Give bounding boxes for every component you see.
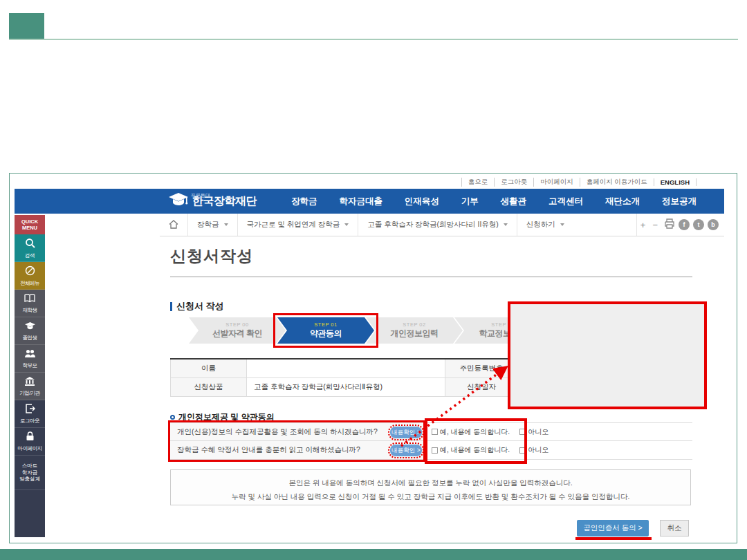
chevron-down-icon — [344, 223, 349, 226]
breadcrumb-item-2[interactable]: 국가근로 및 취업연계 장학금 — [237, 214, 358, 236]
sidebar-item-parents[interactable]: 학부모 — [15, 345, 45, 373]
zoom-out-icon[interactable]: − — [649, 220, 661, 230]
nav-disclosure[interactable]: 정보공개 — [662, 196, 697, 207]
section-marker — [170, 302, 172, 311]
bank-icon — [24, 376, 35, 389]
breadcrumb-item-1[interactable]: 장학금 — [187, 214, 237, 236]
title-divider — [170, 277, 692, 277]
cell-name-value — [247, 359, 445, 377]
quick-menu-sidebar: QUICKMENU 검색 전체메뉴 재학생 졸업생 학부모 — [15, 215, 45, 537]
zoom-in-icon[interactable]: + — [637, 220, 649, 230]
link-logout[interactable]: 로그아웃 — [494, 178, 533, 187]
sidebar-item-graduate[interactable]: 졸업생 — [15, 317, 45, 345]
breadcrumb-home[interactable] — [160, 214, 187, 236]
sidebar-item-company[interactable]: 기업/기관 — [15, 373, 45, 400]
blog-icon[interactable]: b — [708, 219, 719, 230]
page-title: 신청서작성 — [170, 245, 253, 267]
label-no-2[interactable]: 아니오 — [528, 445, 548, 455]
home-icon — [169, 220, 178, 230]
website-frame: 홈으로 로그아웃 마이페이지 홈페이지 이용가이드 ENGLISH 푸른등대 한… — [9, 173, 737, 543]
chevron-down-icon — [224, 223, 228, 226]
link-home[interactable]: 홈으로 — [461, 178, 495, 187]
certificate-agree-button[interactable]: 공인인증서 동의 > — [577, 520, 649, 536]
notice-line-1: 본인은 위 내용에 동의하며 신청서에 필요한 정보를 누락 없이 사실만을 입… — [171, 476, 690, 489]
sidebar-item-logout[interactable]: 로그아웃 — [15, 400, 45, 428]
print-icon[interactable] — [664, 218, 675, 232]
nav-about[interactable]: 재단소개 — [605, 196, 640, 207]
cell-ssn-label: 주민등록번호 — [445, 359, 518, 377]
people-icon — [24, 348, 36, 361]
screenshot-root: 홈으로 로그아웃 마이페이지 홈페이지 이용가이드 ENGLISH 푸른등대 한… — [0, 0, 747, 560]
nav-menu: 장학금 학자금대출 인재육성 기부 생활관 고객센터 재단소개 정보공개 — [291, 189, 697, 214]
sidebar-item-search[interactable]: 검색 — [15, 234, 45, 262]
nav-talent[interactable]: 인재육성 — [405, 196, 439, 207]
logo-subtext: 푸른등대 — [191, 192, 210, 199]
quick-menu-title: QUICKMENU — [15, 215, 45, 234]
book-icon — [24, 293, 35, 306]
nav-loans[interactable]: 학자금대출 — [339, 196, 382, 207]
step-0-eligibility[interactable]: STEP 00선발자격 확인 — [189, 317, 286, 344]
lock-icon — [26, 431, 35, 444]
breadcrumb-item-4[interactable]: 신청하기 — [517, 214, 573, 236]
sidebar-filler — [15, 490, 45, 537]
nav-donation[interactable]: 기부 — [461, 196, 479, 207]
red-highlight-step — [273, 313, 378, 348]
graduation-cap-icon — [168, 192, 189, 211]
logout-icon — [25, 404, 35, 416]
declaration-notice-box: 본인은 위 내용에 동의하며 신청서에 필요한 정보를 누락 없이 사실만을 입… — [170, 469, 691, 505]
page-tools: + − f t b — [636, 214, 724, 236]
compass-icon — [25, 265, 35, 279]
main-navbar: 푸른등대 한국장학재단 장학금 학자금대출 인재육성 기부 생활관 고객센터 재… — [15, 189, 724, 214]
search-icon — [25, 238, 35, 251]
step-2-personal-info[interactable]: STEP 02개인정보입력 — [366, 317, 463, 344]
link-mypage[interactable]: 마이페이지 — [533, 178, 580, 187]
chevron-down-icon — [504, 223, 508, 226]
top-left-decoration — [9, 13, 44, 40]
logo[interactable]: 푸른등대 한국장학재단 — [168, 192, 257, 211]
cancel-button[interactable]: 취소 — [660, 520, 689, 536]
red-highlight-checkboxes — [425, 418, 527, 464]
sidebar-item-mypage[interactable]: 마이페이지 — [15, 428, 45, 456]
nav-scholarship[interactable]: 장학금 — [291, 196, 317, 207]
red-highlight-questions — [168, 420, 425, 462]
sidebar-item-all-menu[interactable]: 전체메뉴 — [15, 262, 45, 290]
bullet-icon — [170, 415, 175, 420]
utility-links: 홈으로 로그아웃 마이페이지 홈페이지 이용가이드 ENGLISH — [461, 176, 697, 188]
sidebar-item-smart-planner[interactable]: 스마트학자금맞춤설계 — [15, 456, 45, 490]
breadcrumb-item-3[interactable]: 고졸 후학습자 장학금(희망사다리 II유형) — [358, 214, 517, 236]
graduation-cap-icon — [24, 321, 36, 333]
sidebar-item-student[interactable]: 재학생 — [15, 290, 45, 317]
red-underline-highlight — [575, 537, 652, 540]
label-no-1[interactable]: 아니오 — [528, 427, 548, 437]
cell-name-label: 이름 — [171, 359, 247, 377]
bottom-teal-bar — [0, 549, 747, 560]
nav-customer[interactable]: 고객센터 — [548, 196, 583, 207]
breadcrumb: 장학금 국가근로 및 취업연계 장학금 고졸 후학습자 장학금(희망사다리 II… — [160, 214, 724, 236]
link-guide[interactable]: 홈페이지 이용가이드 — [580, 178, 654, 187]
cell-date-label: 신청일자 — [445, 377, 518, 396]
chevron-down-icon — [560, 223, 564, 226]
form-section-header: 신청서 작성 — [170, 300, 224, 312]
cell-product-value: 고졸 후학습자 장학금(희망사다리Ⅱ유형) — [247, 377, 445, 396]
red-highlight-masked-box — [508, 301, 707, 409]
facebook-icon[interactable]: f — [679, 219, 690, 230]
top-divider-line — [9, 39, 738, 40]
notice-line-2: 누락 및 사실 아닌 내용 입력으로 신청이 거절 될 수 있고 장학금 지급 … — [171, 489, 690, 503]
twitter-icon[interactable]: t — [693, 219, 704, 230]
cell-product-label: 신청상품 — [171, 377, 247, 396]
link-english[interactable]: ENGLISH — [654, 178, 697, 186]
nav-dormitory[interactable]: 생활관 — [501, 196, 527, 207]
